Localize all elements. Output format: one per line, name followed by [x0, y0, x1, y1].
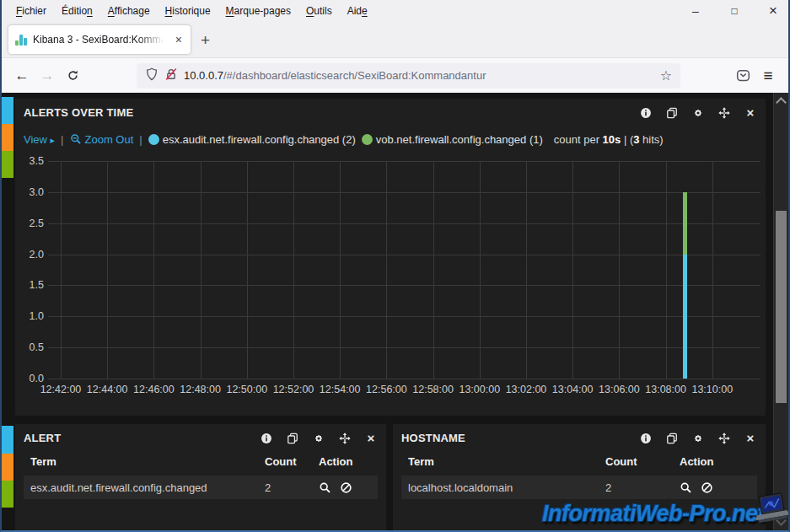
table-header: TermCountAction: [24, 455, 378, 468]
move-icon[interactable]: [339, 433, 351, 444]
zoom-out-label: Zoom Out: [85, 133, 134, 146]
row-collapse-button[interactable]: [2, 97, 13, 124]
gridline: [48, 379, 760, 379]
reload-icon[interactable]: [61, 69, 84, 82]
menu-item-historique[interactable]: Historique: [158, 3, 218, 19]
view-label: View: [24, 133, 47, 146]
view-menu-link[interactable]: View ▸: [24, 133, 55, 146]
column-header-count: Count: [605, 455, 680, 468]
panel-toolbar-icons: ×: [261, 433, 377, 444]
y-tick-label: 1.5: [17, 279, 44, 291]
legend-entry-1[interactable]: vob.net.firewall.config.changed (1): [362, 133, 543, 146]
column-header-term: Term: [408, 455, 605, 468]
zoom-out-link[interactable]: Zoom Out: [70, 133, 134, 146]
move-icon[interactable]: [718, 107, 730, 119]
menu-item-outils[interactable]: Outils: [298, 3, 340, 19]
forward-icon[interactable]: →: [35, 68, 59, 83]
menu-hamburger-icon[interactable]: ≡: [756, 67, 780, 85]
legend-bullet-icon: [362, 134, 373, 145]
exclude-icon[interactable]: [340, 481, 352, 494]
search-icon[interactable]: [319, 481, 331, 494]
action-cell: [680, 481, 750, 494]
panel-header: ALERTS OVER TIME ×: [15, 99, 766, 119]
row-add-panel-button[interactable]: [2, 151, 13, 178]
y-tick-label: 0.5: [17, 341, 44, 353]
url-text[interactable]: 10.0.0.7/#/dashboard/elasticsearch/SexiB…: [184, 69, 654, 82]
info-icon[interactable]: [261, 433, 272, 444]
gear-icon[interactable]: [692, 433, 704, 444]
shield-icon[interactable]: [145, 67, 159, 84]
maximize-button[interactable]: □: [728, 5, 741, 17]
row-configure-button[interactable]: [2, 454, 13, 481]
kibana-favicon-icon: [15, 35, 27, 46]
navigation-bar: ← → 10.0.0.7/#/dashboard/elasticsearch/S…: [2, 57, 788, 93]
chart-plot-area: [48, 161, 760, 379]
search-icon[interactable]: [680, 481, 692, 494]
move-icon[interactable]: [718, 433, 730, 444]
y-tick-label: 0.0: [17, 373, 44, 384]
menu-item-marquepages[interactable]: Marque-pages: [218, 3, 298, 19]
minimize-button[interactable]: –: [689, 4, 702, 18]
close-icon[interactable]: ×: [744, 107, 756, 119]
table-row: esx.audit.net.firewall.config.changed2: [24, 476, 378, 499]
legend-entry-0[interactable]: esx.audit.net.firewall.config.changed (2…: [148, 133, 356, 146]
menu-item-fichier[interactable]: Fichier: [8, 3, 54, 19]
tab-close-icon[interactable]: ×: [174, 33, 184, 46]
exclude-icon[interactable]: [701, 481, 713, 494]
info-icon[interactable]: [640, 433, 652, 444]
gridline: [386, 161, 387, 379]
gridline: [153, 161, 154, 379]
info-icon[interactable]: [640, 107, 652, 119]
bar-series-0[interactable]: [683, 255, 687, 379]
close-window-button[interactable]: ×: [766, 3, 780, 19]
scroll-up-icon[interactable]: [776, 97, 787, 108]
row-collapse-button[interactable]: [2, 426, 13, 454]
close-icon[interactable]: ×: [365, 433, 377, 444]
y-tick-label: 3.5: [17, 155, 44, 167]
browser-tab[interactable]: Kibana 3 - SexiBoard:Kommand ×: [8, 25, 191, 54]
column-header-action: Action: [680, 455, 750, 468]
gear-icon[interactable]: [313, 433, 325, 444]
bookmark-star-icon[interactable]: ☆: [660, 67, 672, 83]
duplicate-icon[interactable]: [287, 433, 298, 444]
pocket-icon[interactable]: [731, 68, 755, 83]
new-tab-button[interactable]: +: [201, 32, 210, 48]
gridline: [48, 285, 760, 286]
y-axis-labels: 0.00.51.01.52.02.53.03.5: [17, 161, 44, 379]
table-body: esx.audit.net.firewall.config.changed2: [15, 476, 386, 499]
gridline: [48, 255, 760, 255]
insecure-lock-icon[interactable]: [164, 67, 178, 84]
gridline: [48, 161, 760, 162]
x-axis-labels: 12:42:0012:44:0012:46:0012:48:0012:50:00…: [48, 384, 760, 397]
back-icon[interactable]: ←: [10, 68, 34, 83]
panel-alerts-over-time: ALERTS OVER TIME × View ▸|Zoom Out|esx.a…: [15, 99, 766, 416]
row-configure-button[interactable]: [2, 124, 13, 151]
gridline: [247, 161, 248, 379]
duplicate-icon[interactable]: [666, 107, 678, 119]
row-add-panel-button[interactable]: [2, 481, 13, 508]
tab-strip: Kibana 3 - SexiBoard:Kommand × +: [2, 21, 788, 57]
tab-title: Kibana 3 - SexiBoard:Kommand: [33, 34, 168, 46]
panel-header: ALERT ×: [15, 424, 386, 444]
count-cell: 2: [265, 481, 319, 494]
menu-item-aide[interactable]: Aide: [340, 3, 375, 19]
scrollbar-thumb[interactable]: [776, 211, 787, 403]
zoom-out-icon: [70, 133, 82, 146]
gridline: [666, 161, 667, 379]
panel-alert: ALERT × TermCountAction esx.audit.net.fi…: [15, 424, 386, 530]
url-bar[interactable]: 10.0.0.7/#/dashboard/elasticsearch/SexiB…: [137, 63, 680, 89]
gridline: [526, 161, 527, 379]
window-controls: – □ ×: [689, 0, 780, 21]
page-scrollbar[interactable]: [773, 93, 788, 530]
bar-series-1[interactable]: [683, 192, 687, 255]
y-tick-label: 1.0: [17, 310, 44, 322]
gridline: [712, 161, 713, 379]
menu-item-affichage[interactable]: Affichage: [100, 3, 158, 19]
gridline: [48, 347, 760, 348]
close-icon[interactable]: ×: [744, 433, 756, 444]
duplicate-icon[interactable]: [666, 433, 678, 444]
menu-item-dition[interactable]: Édition: [54, 3, 100, 19]
count-cell: 2: [605, 481, 680, 494]
gridline: [48, 192, 760, 193]
gear-icon[interactable]: [692, 107, 704, 119]
